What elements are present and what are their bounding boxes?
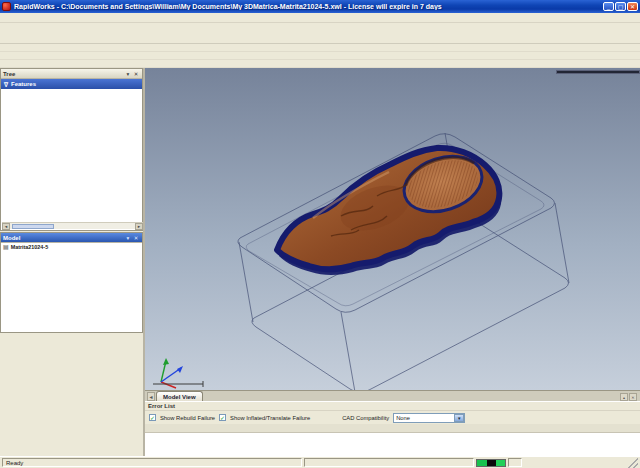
close-panel-icon[interactable]: ✕	[132, 71, 140, 77]
tree-filter-label: Features	[11, 81, 36, 87]
main-toolbar	[0, 23, 640, 44]
toolbar-row-1	[0, 44, 640, 52]
tree-panel: Tree ▾ ✕ ∇ Features ◄ ►	[0, 68, 143, 231]
menu-bar	[0, 13, 640, 23]
show-inflated-checkbox[interactable]: ✓	[219, 414, 226, 421]
toolbar-row-2	[0, 52, 640, 60]
model-panel-title: Model	[3, 235, 124, 241]
pin-icon[interactable]: ▾	[124, 235, 132, 241]
view-tab-bar: ◄ Model View ▴ ✕	[145, 390, 640, 401]
error-list-rows	[145, 433, 640, 456]
viewport-3d[interactable]: 20 mm	[145, 68, 640, 390]
toolbar-row-3	[0, 60, 640, 68]
cad-compatibility-value: None	[394, 415, 454, 421]
scroll-thumb[interactable]	[12, 224, 54, 229]
status-cell	[304, 458, 474, 467]
window-title: RapidWorks - C:\Documents and Settings\W…	[14, 3, 602, 10]
error-list-columns	[145, 424, 640, 433]
left-dock: Tree ▾ ✕ ∇ Features ◄ ► Model ▾ ✕	[0, 68, 145, 456]
progress-indicator	[476, 459, 506, 467]
scroll-right-icon[interactable]: ►	[135, 223, 143, 230]
status-ready: Ready	[2, 458, 302, 467]
maximize-button[interactable]: ▢	[615, 2, 626, 11]
error-list-title: Error List	[145, 402, 640, 411]
viewport-context-menu	[556, 70, 640, 74]
tree-filter-row[interactable]: ∇ Features	[1, 79, 142, 89]
tab-model-view[interactable]: Model View	[156, 391, 203, 401]
status-cell	[508, 458, 522, 467]
tree-hscrollbar[interactable]: ◄ ►	[2, 222, 143, 229]
tree-panel-header: Tree ▾ ✕	[1, 69, 142, 79]
viewport-canvas	[145, 68, 640, 390]
close-panel-icon[interactable]: ✕	[132, 235, 140, 241]
resize-grip[interactable]	[628, 458, 638, 468]
app-icon	[2, 2, 11, 11]
chevron-down-icon[interactable]: ▼	[454, 414, 464, 422]
minimize-button[interactable]: _	[603, 2, 614, 11]
panel-close-icon[interactable]: ✕	[629, 393, 637, 401]
show-rebuild-checkbox[interactable]: ✓	[149, 414, 156, 421]
cad-compatibility-dropdown[interactable]: None ▼	[393, 413, 465, 423]
close-button[interactable]: ✕	[627, 2, 638, 11]
panel-up-icon[interactable]: ▴	[620, 393, 628, 401]
model-panel: Model ▾ ✕ ▤ Matrita21024-5	[0, 232, 143, 333]
tab-scroll-left-icon[interactable]: ◄	[147, 392, 155, 401]
application-window: RapidWorks - C:\Documents and Settings\W…	[0, 0, 640, 468]
tree-panel-title: Tree	[3, 71, 124, 77]
cad-compatibility-label: CAD Compatibility	[342, 415, 389, 421]
status-bar: Ready	[0, 456, 640, 468]
filter-icon: ∇	[4, 81, 8, 88]
scroll-left-icon[interactable]: ◄	[2, 223, 10, 230]
model-panel-header: Model ▾ ✕	[1, 233, 142, 243]
error-list-panel: Error List ✓ Show Rebuild Failure ✓ Show…	[145, 401, 640, 456]
title-bar: RapidWorks - C:\Documents and Settings\W…	[0, 0, 640, 13]
show-inflated-label: Show Inflated/Translate Failure	[230, 415, 310, 421]
show-rebuild-label: Show Rebuild Failure	[160, 415, 215, 421]
model-root-row[interactable]: ▤ Matrita21024-5	[1, 243, 142, 250]
pin-icon[interactable]: ▾	[124, 71, 132, 77]
document-icon: ▤	[3, 243, 9, 250]
error-list-controls: ✓ Show Rebuild Failure ✓ Show Inflated/T…	[145, 411, 640, 424]
model-root-label: Matrita21024-5	[11, 244, 48, 250]
